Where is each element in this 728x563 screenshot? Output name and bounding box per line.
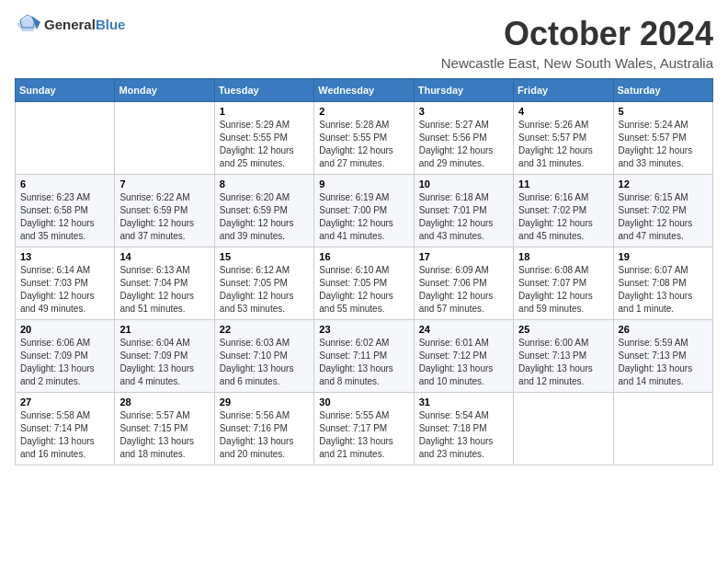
calendar-cell xyxy=(115,102,214,175)
calendar-cell: 16Sunrise: 6:10 AMSunset: 7:05 PMDayligh… xyxy=(314,247,414,320)
day-detail: Sunrise: 6:16 AMSunset: 7:02 PMDaylight:… xyxy=(518,191,608,243)
col-header-wednesday: Wednesday xyxy=(314,79,414,102)
day-number: 25 xyxy=(518,324,608,335)
day-detail: Sunrise: 5:57 AMSunset: 7:15 PMDaylight:… xyxy=(119,409,209,461)
day-number: 16 xyxy=(319,251,408,262)
col-header-saturday: Saturday xyxy=(613,79,712,102)
header: General Blue October 2024 Newcastle East… xyxy=(15,15,713,71)
title-block: October 2024 Newcastle East, New South W… xyxy=(441,15,713,71)
day-number: 14 xyxy=(119,251,209,262)
week-row: 27Sunrise: 5:58 AMSunset: 7:14 PMDayligh… xyxy=(16,393,713,465)
day-detail: Sunrise: 6:07 AMSunset: 7:08 PMDaylight:… xyxy=(619,264,708,316)
day-number: 26 xyxy=(619,324,708,335)
day-number: 12 xyxy=(619,178,708,190)
day-detail: Sunrise: 6:00 AMSunset: 7:13 PMDaylight:… xyxy=(518,337,608,388)
day-number: 5 xyxy=(619,106,708,117)
day-number: 20 xyxy=(20,324,109,335)
logo-general: General xyxy=(44,17,96,32)
calendar-cell: 5Sunrise: 5:24 AMSunset: 5:57 PMDaylight… xyxy=(613,102,712,175)
day-number: 7 xyxy=(119,178,209,190)
day-detail: Sunrise: 5:29 AMSunset: 5:55 PMDaylight:… xyxy=(220,119,309,170)
calendar-cell: 9Sunrise: 6:19 AMSunset: 7:00 PMDaylight… xyxy=(314,175,414,247)
day-number: 23 xyxy=(319,324,408,335)
calendar-cell: 19Sunrise: 6:07 AMSunset: 7:08 PMDayligh… xyxy=(613,247,712,320)
week-row: 20Sunrise: 6:06 AMSunset: 7:09 PMDayligh… xyxy=(16,320,713,393)
day-detail: Sunrise: 6:18 AMSunset: 7:01 PMDaylight:… xyxy=(419,191,508,243)
calendar-cell: 23Sunrise: 6:02 AMSunset: 7:11 PMDayligh… xyxy=(314,320,414,393)
day-number: 15 xyxy=(220,251,309,262)
day-detail: Sunrise: 6:13 AMSunset: 7:04 PMDaylight:… xyxy=(119,264,209,316)
day-number: 1 xyxy=(220,106,309,117)
day-detail: Sunrise: 5:55 AMSunset: 7:17 PMDaylight:… xyxy=(319,409,408,461)
col-header-monday: Monday xyxy=(115,79,214,102)
day-number: 19 xyxy=(619,251,708,262)
col-header-friday: Friday xyxy=(514,79,613,102)
calendar-cell: 21Sunrise: 6:04 AMSunset: 7:09 PMDayligh… xyxy=(115,320,214,393)
day-detail: Sunrise: 6:12 AMSunset: 7:05 PMDaylight:… xyxy=(220,264,309,316)
logo-blue: Blue xyxy=(96,17,126,32)
day-number: 11 xyxy=(518,178,608,190)
day-number: 9 xyxy=(319,178,408,190)
day-detail: Sunrise: 6:19 AMSunset: 7:00 PMDaylight:… xyxy=(319,191,408,243)
day-detail: Sunrise: 6:06 AMSunset: 7:09 PMDaylight:… xyxy=(20,337,109,388)
day-number: 28 xyxy=(119,396,209,408)
day-detail: Sunrise: 5:56 AMSunset: 7:16 PMDaylight:… xyxy=(220,409,309,461)
day-detail: Sunrise: 5:54 AMSunset: 7:18 PMDaylight:… xyxy=(419,409,508,461)
calendar-table: SundayMondayTuesdayWednesdayThursdayFrid… xyxy=(15,78,713,465)
week-row: 13Sunrise: 6:14 AMSunset: 7:03 PMDayligh… xyxy=(16,247,713,320)
col-header-sunday: Sunday xyxy=(16,79,115,102)
day-number: 3 xyxy=(419,106,508,117)
calendar-cell: 29Sunrise: 5:56 AMSunset: 7:16 PMDayligh… xyxy=(214,393,313,465)
month-title: October 2024 xyxy=(441,15,713,53)
day-detail: Sunrise: 6:20 AMSunset: 6:59 PMDaylight:… xyxy=(220,191,309,243)
day-number: 10 xyxy=(419,178,508,190)
day-detail: Sunrise: 6:08 AMSunset: 7:07 PMDaylight:… xyxy=(518,264,608,316)
calendar-cell: 24Sunrise: 6:01 AMSunset: 7:12 PMDayligh… xyxy=(414,320,513,393)
calendar-cell: 25Sunrise: 6:00 AMSunset: 7:13 PMDayligh… xyxy=(514,320,613,393)
day-number: 31 xyxy=(419,396,508,408)
col-header-thursday: Thursday xyxy=(414,79,513,102)
header-row: SundayMondayTuesdayWednesdayThursdayFrid… xyxy=(16,79,713,102)
day-detail: Sunrise: 5:27 AMSunset: 5:56 PMDaylight:… xyxy=(419,119,508,170)
logo-text: General Blue xyxy=(44,17,125,32)
calendar-cell: 27Sunrise: 5:58 AMSunset: 7:14 PMDayligh… xyxy=(16,393,115,465)
calendar-cell: 12Sunrise: 6:15 AMSunset: 7:02 PMDayligh… xyxy=(613,175,712,247)
calendar-cell: 6Sunrise: 6:23 AMSunset: 6:58 PMDaylight… xyxy=(16,175,115,247)
calendar-cell: 11Sunrise: 6:16 AMSunset: 7:02 PMDayligh… xyxy=(514,175,613,247)
day-number: 17 xyxy=(419,251,508,262)
calendar-cell: 26Sunrise: 5:59 AMSunset: 7:13 PMDayligh… xyxy=(613,320,712,393)
logo: General Blue xyxy=(15,15,125,33)
calendar-cell: 13Sunrise: 6:14 AMSunset: 7:03 PMDayligh… xyxy=(16,247,115,320)
calendar-body: 1Sunrise: 5:29 AMSunset: 5:55 PMDaylight… xyxy=(16,102,713,465)
calendar-cell: 18Sunrise: 6:08 AMSunset: 7:07 PMDayligh… xyxy=(514,247,613,320)
day-detail: Sunrise: 5:26 AMSunset: 5:57 PMDaylight:… xyxy=(518,119,608,170)
calendar-cell: 14Sunrise: 6:13 AMSunset: 7:04 PMDayligh… xyxy=(115,247,214,320)
calendar-cell xyxy=(514,393,613,465)
logo-icon xyxy=(15,15,40,33)
day-number: 2 xyxy=(319,106,408,117)
calendar-cell: 20Sunrise: 6:06 AMSunset: 7:09 PMDayligh… xyxy=(16,320,115,393)
calendar-cell: 3Sunrise: 5:27 AMSunset: 5:56 PMDaylight… xyxy=(414,102,513,175)
day-detail: Sunrise: 6:04 AMSunset: 7:09 PMDaylight:… xyxy=(119,337,209,388)
day-detail: Sunrise: 5:59 AMSunset: 7:13 PMDaylight:… xyxy=(619,337,708,388)
week-row: 1Sunrise: 5:29 AMSunset: 5:55 PMDaylight… xyxy=(16,102,713,175)
day-detail: Sunrise: 6:22 AMSunset: 6:59 PMDaylight:… xyxy=(119,191,209,243)
day-number: 30 xyxy=(319,396,408,408)
col-header-tuesday: Tuesday xyxy=(214,79,313,102)
calendar-cell: 30Sunrise: 5:55 AMSunset: 7:17 PMDayligh… xyxy=(314,393,414,465)
calendar-cell xyxy=(613,393,712,465)
day-number: 4 xyxy=(518,106,608,117)
calendar-cell: 1Sunrise: 5:29 AMSunset: 5:55 PMDaylight… xyxy=(214,102,313,175)
day-detail: Sunrise: 6:03 AMSunset: 7:10 PMDaylight:… xyxy=(220,337,309,388)
calendar-header: SundayMondayTuesdayWednesdayThursdayFrid… xyxy=(16,79,713,102)
calendar-cell: 10Sunrise: 6:18 AMSunset: 7:01 PMDayligh… xyxy=(414,175,513,247)
day-detail: Sunrise: 6:15 AMSunset: 7:02 PMDaylight:… xyxy=(619,191,708,243)
calendar-cell xyxy=(16,102,115,175)
calendar-cell: 2Sunrise: 5:28 AMSunset: 5:55 PMDaylight… xyxy=(314,102,414,175)
calendar-cell: 7Sunrise: 6:22 AMSunset: 6:59 PMDaylight… xyxy=(115,175,214,247)
calendar-cell: 22Sunrise: 6:03 AMSunset: 7:10 PMDayligh… xyxy=(214,320,313,393)
day-number: 29 xyxy=(220,396,309,408)
day-detail: Sunrise: 6:14 AMSunset: 7:03 PMDaylight:… xyxy=(20,264,109,316)
day-number: 13 xyxy=(20,251,109,262)
calendar-cell: 8Sunrise: 6:20 AMSunset: 6:59 PMDaylight… xyxy=(214,175,313,247)
